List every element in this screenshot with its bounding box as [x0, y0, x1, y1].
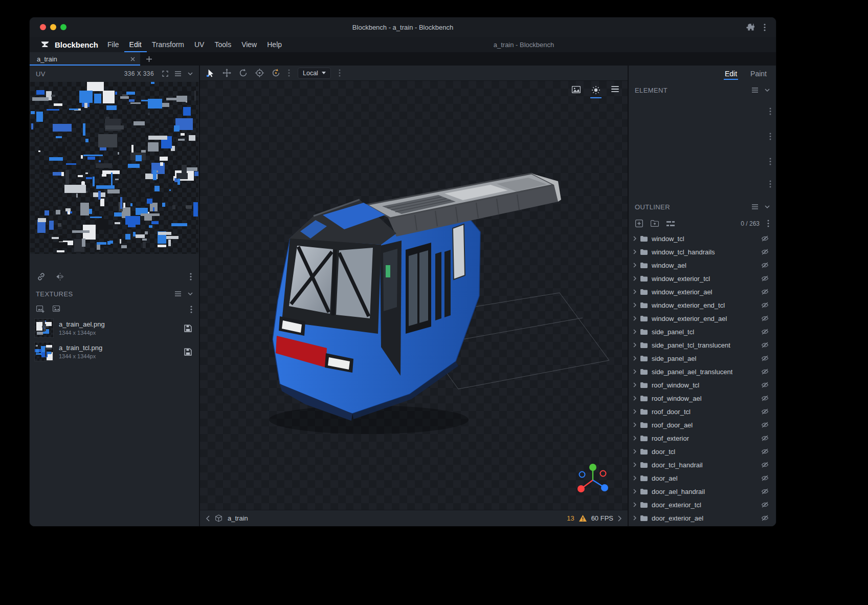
visibility-off-icon[interactable]	[761, 515, 769, 521]
expand-chevron-icon[interactable]	[633, 276, 636, 281]
element-collapse-chevron-icon[interactable]	[765, 89, 770, 92]
textures-panel-menu-icon[interactable]	[175, 291, 181, 296]
expand-chevron-icon[interactable]	[633, 316, 636, 321]
save-texture-icon[interactable]	[184, 325, 192, 332]
import-texture-icon[interactable]	[36, 306, 44, 313]
warning-triangle-icon[interactable]	[579, 515, 587, 522]
tab-edit-mode[interactable]: Edit	[724, 70, 738, 80]
background-image-icon[interactable]	[570, 84, 582, 96]
window-menu-kebab-icon[interactable]	[764, 24, 766, 31]
warning-count[interactable]: 13	[567, 514, 574, 522]
visibility-off-icon[interactable]	[761, 355, 769, 361]
expand-chevron-icon[interactable]	[633, 515, 636, 521]
expand-chevron-icon[interactable]	[633, 369, 636, 374]
lighting-sun-icon[interactable]	[590, 84, 602, 97]
expand-chevron-icon[interactable]	[633, 329, 636, 334]
visibility-off-icon[interactable]	[761, 275, 769, 282]
pivot-tool-icon[interactable]	[255, 69, 264, 77]
visibility-off-icon[interactable]	[761, 448, 769, 455]
expand-chevron-icon[interactable]	[633, 409, 636, 414]
outliner-row[interactable]: roof_window_ael	[629, 392, 776, 405]
outliner-row[interactable]: side_panel_tcl_translucent	[629, 338, 776, 352]
visibility-off-icon[interactable]	[761, 289, 769, 295]
toolbar-kebab-icon[interactable]	[339, 69, 341, 77]
close-tab-icon[interactable]	[130, 57, 135, 61]
visibility-off-icon[interactable]	[761, 342, 769, 348]
expand-chevron-icon[interactable]	[633, 476, 636, 481]
visibility-off-icon[interactable]	[761, 395, 769, 401]
textures-collapse-chevron-icon[interactable]	[188, 292, 193, 295]
zoom-window-button[interactable]	[60, 24, 66, 30]
visibility-off-icon[interactable]	[761, 422, 769, 428]
visibility-off-icon[interactable]	[761, 488, 769, 494]
outliner-row[interactable]: side_panel_ael_translucent	[629, 365, 776, 378]
visibility-off-icon[interactable]	[761, 235, 769, 242]
uv-fullscreen-icon[interactable]	[162, 71, 168, 77]
outliner-row[interactable]: window_exterior_ael	[629, 285, 776, 298]
expand-chevron-icon[interactable]	[633, 302, 636, 308]
close-window-button[interactable]	[40, 24, 46, 30]
visibility-off-icon[interactable]	[761, 502, 769, 508]
outliner-row[interactable]: window_exterior_tcl	[629, 272, 776, 285]
save-texture-icon[interactable]	[184, 348, 192, 356]
expand-chevron-icon[interactable]	[633, 356, 636, 361]
expand-chevron-icon[interactable]	[633, 342, 636, 348]
outliner-row[interactable]: roof_window_tcl	[629, 378, 776, 392]
visibility-off-icon[interactable]	[761, 475, 769, 481]
visibility-off-icon[interactable]	[761, 302, 769, 308]
outliner-row[interactable]: door_tcl	[629, 445, 776, 458]
visibility-off-icon[interactable]	[761, 462, 769, 468]
visibility-off-icon[interactable]	[761, 408, 769, 415]
menu-item[interactable]: File	[102, 37, 124, 52]
expand-chevron-icon[interactable]	[633, 289, 636, 294]
outliner-row[interactable]: door_ael_handrail	[629, 485, 776, 498]
back-chevron-icon[interactable]	[206, 515, 210, 522]
outliner-row[interactable]: roof_exterior	[629, 431, 776, 445]
outliner-row[interactable]: window_tcl	[629, 232, 776, 245]
outliner-row[interactable]: door_tcl_handrail	[629, 458, 776, 471]
outliner-row[interactable]: side_panel_ael	[629, 352, 776, 365]
extensions-puzzle-icon[interactable]	[746, 23, 754, 31]
visibility-off-icon[interactable]	[761, 369, 769, 375]
axis-gizmo[interactable]	[573, 462, 612, 498]
menu-item[interactable]: UV	[189, 37, 209, 52]
menu-item[interactable]: Transform	[147, 37, 189, 52]
outliner-toggle-mode-icon[interactable]	[666, 221, 675, 227]
visibility-off-icon[interactable]	[761, 435, 769, 441]
outliner-row[interactable]: door_exterior_ael	[629, 511, 776, 525]
visibility-off-icon[interactable]	[761, 315, 769, 321]
expand-chevron-icon[interactable]	[633, 249, 636, 254]
minimize-window-button[interactable]	[50, 24, 56, 30]
outliner-row[interactable]: window_exterior_end_ael	[629, 312, 776, 325]
outliner-row[interactable]: window_exterior_end_tcl	[629, 298, 776, 312]
outliner-panel-menu-icon[interactable]	[752, 204, 758, 209]
project-tab[interactable]: a_train	[30, 52, 140, 66]
expand-chevron-icon[interactable]	[633, 502, 636, 507]
project-breadcrumb[interactable]: a_train	[228, 514, 248, 522]
expand-chevron-icon[interactable]	[633, 396, 636, 401]
element-toolbar-kebab-icon[interactable]	[769, 133, 771, 140]
element-toolbar-kebab-icon[interactable]	[769, 180, 771, 188]
transform-space-dropdown[interactable]: Local	[298, 68, 331, 79]
visibility-off-icon[interactable]	[761, 329, 769, 335]
texture-item[interactable]: a_train_tcl.png 1344 x 1344px	[30, 340, 199, 363]
expand-chevron-icon[interactable]	[633, 489, 636, 494]
outliner-row[interactable]: roof_door_tcl	[629, 405, 776, 418]
uv-canvas[interactable]	[30, 82, 198, 254]
expand-chevron-icon[interactable]	[633, 236, 636, 241]
textures-toolbar-kebab-icon[interactable]	[190, 306, 192, 313]
create-texture-icon[interactable]	[53, 306, 60, 313]
rotate-tool-icon[interactable]	[239, 69, 248, 77]
texture-item[interactable]: a_train_ael.png 1344 x 1344px	[30, 316, 199, 340]
visibility-off-icon[interactable]	[761, 382, 769, 388]
menu-item[interactable]: Help	[262, 37, 287, 52]
outliner-row[interactable]: door_ael	[629, 471, 776, 485]
element-panel-menu-icon[interactable]	[752, 88, 758, 93]
outliner-row[interactable]: roof_door_ael	[629, 418, 776, 431]
expand-chevron-icon[interactable]	[633, 263, 636, 268]
element-toolbar-kebab-icon[interactable]	[769, 107, 771, 115]
add-group-icon[interactable]	[651, 220, 659, 227]
visibility-off-icon[interactable]	[761, 262, 769, 268]
outliner-row[interactable]: door_exterior_tcl	[629, 498, 776, 511]
element-toolbar-kebab-icon[interactable]	[769, 158, 771, 165]
